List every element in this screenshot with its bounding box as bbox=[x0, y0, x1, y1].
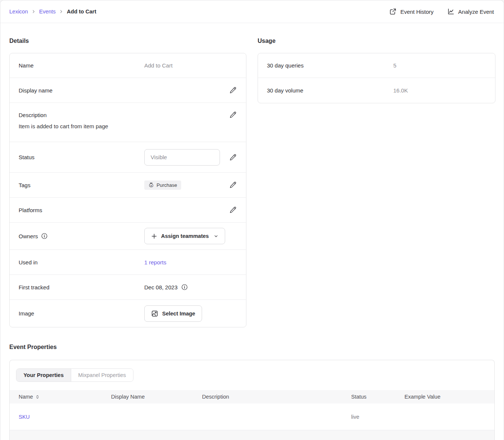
select-image-button[interactable]: Select Image bbox=[144, 305, 202, 322]
table-row-sku[interactable]: SKU live bbox=[10, 403, 494, 430]
queries-label: 30 day queries bbox=[267, 62, 393, 69]
detail-row-platforms: Platforms bbox=[10, 198, 246, 223]
image-icon bbox=[151, 310, 158, 317]
svg-text:$: $ bbox=[151, 184, 152, 186]
breadcrumb: Lexicon Events Add to Cart bbox=[9, 9, 96, 15]
plus-icon bbox=[151, 233, 157, 239]
detail-row-image: Image Select Image bbox=[10, 300, 246, 327]
analyze-event-label: Analyze Event bbox=[458, 9, 494, 15]
breadcrumb-current: Add to Cart bbox=[67, 9, 96, 15]
detail-row-owners: Owners Assign teammates bbox=[10, 223, 246, 250]
column-header-example-value[interactable]: Example Value bbox=[404, 394, 494, 400]
info-icon[interactable] bbox=[41, 233, 48, 239]
description-value: Item is added to cart from item page bbox=[19, 123, 237, 129]
table-row-scroll-percent[interactable]: Scroll % live bbox=[10, 430, 494, 440]
lexicon-event-detail-page: Lexicon Events Add to Cart Event History bbox=[0, 0, 504, 440]
owners-label: Owners bbox=[19, 233, 38, 239]
properties-table-header: Name Display Name Description Status Exa… bbox=[10, 390, 494, 403]
edit-status-button[interactable] bbox=[229, 153, 237, 161]
edit-description-button[interactable] bbox=[229, 111, 237, 119]
image-label: Image bbox=[19, 310, 144, 317]
column-header-display-name[interactable]: Display Name bbox=[111, 394, 202, 400]
external-link-icon bbox=[389, 8, 397, 15]
queries-value: 5 bbox=[393, 62, 486, 69]
topbar: Lexicon Events Add to Cart Event History bbox=[0, 0, 504, 23]
pencil-icon bbox=[229, 206, 237, 214]
detail-row-status: Status bbox=[10, 142, 246, 173]
info-icon[interactable] bbox=[181, 284, 188, 290]
chevron-right-icon bbox=[59, 9, 63, 14]
status-input[interactable] bbox=[144, 149, 220, 166]
usage-row-queries: 30 day queries 5 bbox=[258, 53, 495, 78]
column-header-description[interactable]: Description bbox=[202, 394, 351, 400]
line-chart-icon bbox=[447, 8, 454, 15]
detail-row-used-in: Used in 1 reports bbox=[10, 250, 246, 275]
chevron-down-icon bbox=[214, 234, 218, 239]
pencil-icon bbox=[229, 86, 237, 94]
analyze-event-button[interactable]: Analyze Event bbox=[447, 8, 494, 15]
details-title: Details bbox=[9, 38, 246, 44]
chevron-right-icon bbox=[31, 9, 36, 14]
used-in-reports-link[interactable]: 1 reports bbox=[144, 259, 166, 265]
first-tracked-value: Dec 08, 2023 bbox=[144, 284, 177, 290]
assign-teammates-button[interactable]: Assign teammates bbox=[144, 228, 225, 244]
properties-table: Name Display Name Description Status Exa… bbox=[10, 390, 494, 440]
details-section: Details Name Add to Cart Display name bbox=[9, 38, 246, 327]
volume-value: 16.0K bbox=[393, 87, 486, 94]
usage-section: Usage 30 day queries 5 30 day volume 16.… bbox=[258, 38, 495, 327]
usage-card: 30 day queries 5 30 day volume 16.0K bbox=[258, 53, 495, 103]
detail-row-description: Description Item is added to cart from i… bbox=[10, 103, 246, 142]
status-cell: live bbox=[351, 414, 404, 420]
select-image-label: Select Image bbox=[162, 311, 195, 317]
status-label: Status bbox=[19, 154, 144, 160]
column-header-name[interactable]: Name bbox=[19, 394, 111, 400]
sort-icon bbox=[35, 395, 40, 399]
tag-purchase[interactable]: $ Purchase bbox=[144, 180, 181, 190]
detail-row-display-name: Display name bbox=[10, 78, 246, 103]
volume-label: 30 day volume bbox=[267, 87, 393, 94]
details-card: Name Add to Cart Display name bbox=[9, 53, 246, 327]
event-properties-card: Your Properties Mixpanel Properties Name… bbox=[9, 360, 495, 440]
usage-title: Usage bbox=[258, 38, 495, 44]
usage-row-volume: 30 day volume 16.0K bbox=[258, 78, 495, 103]
breadcrumb-lexicon[interactable]: Lexicon bbox=[9, 9, 28, 15]
event-properties-title: Event Properties bbox=[9, 344, 495, 351]
first-tracked-label: First tracked bbox=[19, 284, 144, 290]
used-in-label: Used in bbox=[19, 259, 144, 265]
edit-platforms-button[interactable] bbox=[229, 206, 237, 214]
pencil-icon bbox=[229, 181, 237, 189]
platforms-label: Platforms bbox=[19, 207, 144, 213]
name-label: Name bbox=[19, 62, 144, 69]
main-content: Details Name Add to Cart Display name bbox=[0, 23, 504, 440]
property-link[interactable]: SKU bbox=[19, 414, 30, 420]
pencil-icon bbox=[229, 111, 237, 119]
tab-mixpanel-properties[interactable]: Mixpanel Properties bbox=[71, 369, 133, 381]
detail-row-first-tracked: First tracked Dec 08, 2023 bbox=[10, 275, 246, 300]
display-name-label: Display name bbox=[19, 87, 144, 94]
description-label: Description bbox=[19, 112, 144, 118]
event-history-button[interactable]: Event History bbox=[389, 8, 434, 15]
event-properties-section: Event Properties Your Properties Mixpane… bbox=[9, 344, 495, 440]
edit-display-name-button[interactable] bbox=[229, 86, 237, 94]
tags-label: Tags bbox=[19, 182, 144, 188]
tag-label: Purchase bbox=[157, 182, 177, 188]
detail-row-name: Name Add to Cart bbox=[10, 53, 246, 78]
column-name-label: Name bbox=[19, 394, 33, 400]
pencil-icon bbox=[229, 153, 237, 161]
properties-tab-group: Your Properties Mixpanel Properties bbox=[16, 368, 133, 382]
detail-row-tags: Tags $ Purchase bbox=[10, 173, 246, 198]
money-bag-icon: $ bbox=[148, 182, 154, 188]
event-history-label: Event History bbox=[400, 9, 434, 15]
assign-teammates-label: Assign teammates bbox=[161, 233, 209, 239]
edit-tags-button[interactable] bbox=[229, 181, 237, 189]
topbar-actions: Event History Analyze Event bbox=[389, 8, 494, 15]
column-header-status[interactable]: Status bbox=[351, 394, 404, 400]
name-value: Add to Cart bbox=[144, 62, 237, 69]
tab-your-properties[interactable]: Your Properties bbox=[16, 369, 71, 381]
breadcrumb-events[interactable]: Events bbox=[39, 9, 56, 15]
